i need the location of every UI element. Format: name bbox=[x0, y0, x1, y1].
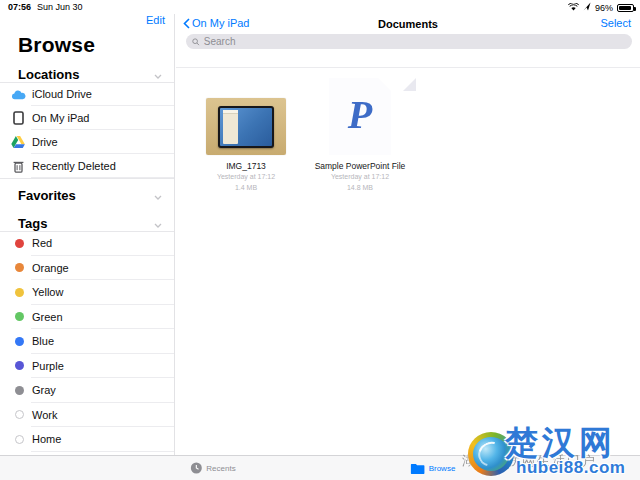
tab-browse[interactable]: Browse bbox=[411, 456, 456, 480]
sidebar-item-label: Orange bbox=[32, 262, 69, 274]
section-header-locations[interactable]: Locations bbox=[0, 66, 174, 82]
section-header-favorites[interactable]: Favorites bbox=[0, 187, 174, 203]
file-name: IMG_1713 bbox=[226, 161, 266, 171]
sidebar-item-label: Work bbox=[32, 409, 57, 421]
wifi-icon bbox=[568, 3, 579, 13]
main-header: On My iPad Documents Select bbox=[176, 14, 640, 68]
tag-color-dot bbox=[15, 435, 24, 444]
sidebar: Edit Browse Locations iCloud Drive On My… bbox=[0, 14, 175, 455]
tag-color-dot bbox=[15, 239, 24, 248]
file-size: 14.8 MB bbox=[347, 183, 373, 193]
chevron-down-icon[interactable] bbox=[154, 216, 162, 231]
sidebar-item-label: Blue bbox=[32, 335, 54, 347]
status-date: Sun Jun 30 bbox=[37, 2, 83, 12]
battery-percent: 96% bbox=[595, 3, 613, 13]
clock-icon bbox=[190, 462, 202, 474]
location-arrow-icon bbox=[583, 2, 591, 13]
section-header-tags[interactable]: Tags bbox=[0, 215, 174, 231]
sidebar-item-tag-purple[interactable]: Purple bbox=[0, 354, 174, 379]
sidebar-item-label: Home bbox=[32, 433, 61, 445]
sidebar-item-tag-green[interactable]: Green bbox=[0, 305, 174, 330]
page-fold-corner bbox=[403, 78, 416, 91]
ipad-icon bbox=[10, 111, 26, 125]
edit-button[interactable]: Edit bbox=[146, 14, 165, 26]
page-title: Documents bbox=[176, 18, 640, 30]
sidebar-item-label: On My iPad bbox=[32, 112, 89, 124]
sidebar-item-label: iCloud Drive bbox=[32, 88, 92, 100]
sidebar-item-label: Gray bbox=[32, 384, 56, 396]
folder-icon bbox=[411, 463, 425, 474]
icloud-drive-icon bbox=[10, 89, 26, 100]
sidebar-item-on-my-ipad[interactable]: On My iPad bbox=[0, 106, 174, 130]
tag-color-dot bbox=[15, 263, 24, 272]
sidebar-item-tag-work[interactable]: Work bbox=[0, 403, 174, 428]
sidebar-item-label: Yellow bbox=[32, 286, 63, 298]
sidebar-item-tag-orange[interactable]: Orange bbox=[0, 256, 174, 281]
powerpoint-glyph: P bbox=[348, 91, 372, 138]
file-item-img-1713[interactable]: IMG_1713 Yesterday at 17:12 1.4 MB bbox=[196, 78, 296, 193]
main-content: On My iPad Documents Select IMG_1713 Yes… bbox=[176, 14, 640, 455]
sidebar-item-label: Drive bbox=[32, 136, 58, 148]
google-drive-icon bbox=[10, 136, 26, 148]
tab-label: Browse bbox=[429, 464, 456, 473]
section-label: Favorites bbox=[18, 188, 76, 203]
file-modified: Yesterday at 17:12 bbox=[331, 172, 389, 182]
sidebar-title: Browse bbox=[18, 33, 174, 57]
divider bbox=[0, 178, 174, 179]
search-icon bbox=[192, 38, 200, 46]
search-bar[interactable] bbox=[186, 34, 632, 49]
sidebar-item-drive[interactable]: Drive bbox=[0, 130, 174, 154]
tag-color-dot bbox=[15, 337, 24, 346]
select-button[interactable]: Select bbox=[600, 17, 631, 29]
tab-bar: Recents Browse bbox=[0, 455, 640, 480]
sidebar-item-tag-gray[interactable]: Gray bbox=[0, 378, 174, 403]
file-item-sample-powerpoint[interactable]: P Sample PowerPoint File Yesterday at 17… bbox=[304, 78, 416, 193]
section-label: Tags bbox=[18, 216, 47, 231]
tab-label: Recents bbox=[206, 464, 235, 473]
status-time: 07:56 bbox=[8, 2, 31, 12]
section-label: Locations bbox=[18, 67, 79, 82]
tag-color-dot bbox=[15, 288, 24, 297]
image-thumbnail bbox=[206, 98, 286, 155]
sidebar-item-label: Recently Deleted bbox=[32, 160, 116, 172]
tag-color-dot bbox=[15, 410, 24, 419]
file-modified: Yesterday at 17:12 bbox=[217, 172, 275, 182]
file-name: Sample PowerPoint File bbox=[315, 161, 406, 171]
sidebar-item-tag-red[interactable]: Red bbox=[0, 231, 174, 256]
trash-icon bbox=[10, 160, 26, 173]
chevron-down-icon[interactable] bbox=[154, 67, 162, 82]
chevron-down-icon[interactable] bbox=[154, 188, 162, 203]
sidebar-item-tag-yellow[interactable]: Yellow bbox=[0, 280, 174, 305]
tag-color-dot bbox=[15, 361, 24, 370]
files-grid: IMG_1713 Yesterday at 17:12 1.4 MB P Sam… bbox=[196, 78, 416, 193]
files-app-screen: 07:56 Sun Jun 30 96% Edit Browse Locatio… bbox=[0, 0, 640, 480]
status-bar: 07:56 Sun Jun 30 96% bbox=[0, 0, 640, 14]
sidebar-item-label: Purple bbox=[32, 360, 64, 372]
sidebar-item-tag-home[interactable]: Home bbox=[0, 427, 174, 452]
search-input[interactable] bbox=[204, 36, 626, 47]
file-size: 1.4 MB bbox=[235, 183, 257, 193]
document-icon: P bbox=[329, 78, 391, 155]
sidebar-item-label: Green bbox=[32, 311, 63, 323]
tab-recents[interactable]: Recents bbox=[190, 456, 235, 480]
sidebar-item-recently-deleted[interactable]: Recently Deleted bbox=[0, 154, 174, 178]
battery-icon bbox=[617, 4, 634, 12]
sidebar-item-icloud-drive[interactable]: iCloud Drive bbox=[0, 82, 174, 106]
tag-color-dot bbox=[15, 312, 24, 321]
sidebar-item-tag-blue[interactable]: Blue bbox=[0, 329, 174, 354]
tag-color-dot bbox=[15, 386, 24, 395]
sidebar-item-label: Red bbox=[32, 237, 52, 249]
